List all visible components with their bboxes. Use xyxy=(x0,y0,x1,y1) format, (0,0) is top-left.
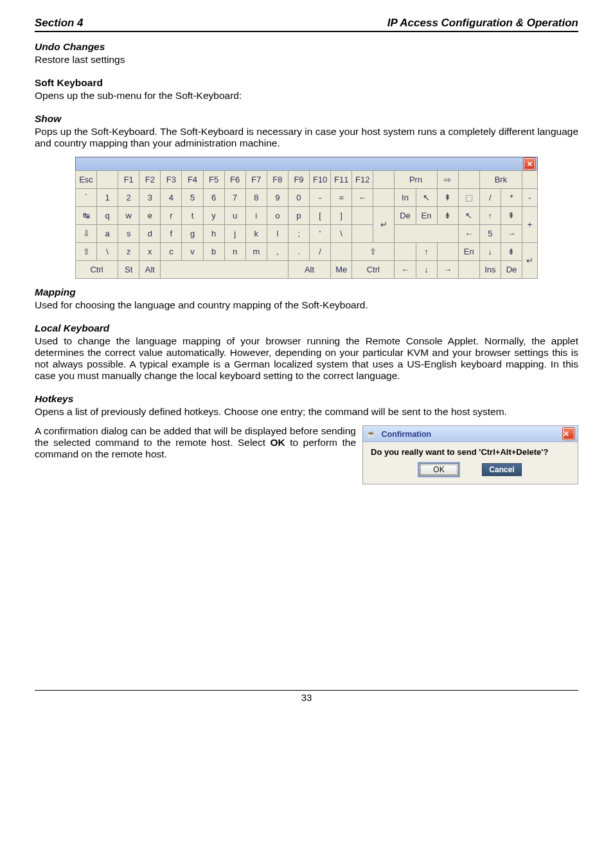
key[interactable]: [ xyxy=(310,207,331,225)
key[interactable]: - xyxy=(310,189,331,207)
key[interactable]: ← xyxy=(395,261,416,279)
key[interactable]: Me xyxy=(331,261,352,279)
key[interactable]: ⇟ xyxy=(501,243,522,261)
key[interactable]: ↖ xyxy=(458,207,479,225)
key[interactable]: ⇧ xyxy=(352,243,395,261)
key[interactable]: ↓ xyxy=(479,243,501,261)
key[interactable]: F10 xyxy=(310,171,331,189)
key[interactable]: ; xyxy=(288,225,309,243)
key[interactable]: En xyxy=(458,243,479,261)
key[interactable]: f xyxy=(161,225,182,243)
key[interactable]: = xyxy=(331,189,352,207)
key[interactable]: 5 xyxy=(479,225,501,243)
key[interactable]: ↹ xyxy=(76,207,97,225)
key-plus[interactable]: + xyxy=(522,207,538,243)
key[interactable]: , xyxy=(267,243,288,261)
key[interactable]: ← xyxy=(352,189,373,207)
key[interactable] xyxy=(458,171,479,189)
key[interactable]: F11 xyxy=(331,171,352,189)
close-icon[interactable]: × xyxy=(524,158,535,170)
key[interactable]: St xyxy=(118,261,139,279)
key[interactable]: → xyxy=(437,261,458,279)
key[interactable]: Prn xyxy=(395,171,437,189)
key[interactable]: ⇨ xyxy=(437,171,458,189)
key[interactable]: q xyxy=(97,207,118,225)
key[interactable]: F7 xyxy=(245,171,267,189)
key[interactable]: \ xyxy=(331,225,352,243)
key[interactable] xyxy=(458,261,479,279)
key[interactable]: F4 xyxy=(182,171,203,189)
key[interactable]: ] xyxy=(331,207,352,225)
key[interactable]: F2 xyxy=(139,171,161,189)
key[interactable]: De xyxy=(501,261,522,279)
key[interactable]: Alt xyxy=(139,261,161,279)
key[interactable]: a xyxy=(97,225,118,243)
key[interactable]: i xyxy=(245,207,267,225)
key[interactable]: ↑ xyxy=(479,207,501,225)
key[interactable]: p xyxy=(288,207,309,225)
key[interactable]: ⇩ xyxy=(76,225,97,243)
key[interactable]: ` xyxy=(76,189,97,207)
key[interactable]: x xyxy=(139,243,161,261)
key[interactable]: Esc xyxy=(76,171,97,189)
key[interactable]: F8 xyxy=(267,171,288,189)
key[interactable] xyxy=(373,171,395,189)
key-space[interactable] xyxy=(161,261,289,279)
key[interactable]: / xyxy=(310,243,331,261)
key[interactable]: ← xyxy=(458,225,479,243)
key[interactable]: ↖ xyxy=(416,189,437,207)
key[interactable]: 6 xyxy=(203,189,224,207)
key[interactable]: b xyxy=(203,243,224,261)
key[interactable]: ⇞ xyxy=(437,189,458,207)
key[interactable]: ⇞ xyxy=(501,207,522,225)
key[interactable]: / xyxy=(479,189,501,207)
key[interactable]: 8 xyxy=(245,189,267,207)
key[interactable]: F1 xyxy=(118,171,139,189)
key[interactable] xyxy=(395,243,416,261)
key-numenter[interactable]: ↵ xyxy=(522,243,538,279)
key[interactable]: Ctrl xyxy=(352,261,395,279)
key[interactable]: Alt xyxy=(288,261,330,279)
key[interactable]: → xyxy=(501,225,522,243)
key[interactable]: m xyxy=(245,243,267,261)
key[interactable]: * xyxy=(501,189,522,207)
key[interactable]: 4 xyxy=(161,189,182,207)
key[interactable]: g xyxy=(182,225,203,243)
key[interactable]: Ins xyxy=(479,261,501,279)
key[interactable]: ↑ xyxy=(416,243,437,261)
key[interactable]: h xyxy=(203,225,224,243)
key[interactable]: e xyxy=(139,207,161,225)
key[interactable]: In xyxy=(395,189,416,207)
key[interactable]: F12 xyxy=(352,171,373,189)
key[interactable] xyxy=(437,243,458,261)
key[interactable]: l xyxy=(267,225,288,243)
key[interactable]: Ctrl xyxy=(76,261,118,279)
key[interactable]: v xyxy=(182,243,203,261)
key[interactable]: 9 xyxy=(267,189,288,207)
key[interactable]: c xyxy=(161,243,182,261)
key[interactable] xyxy=(395,225,458,243)
key[interactable]: ⬚ xyxy=(458,189,479,207)
key[interactable]: 5 xyxy=(182,189,203,207)
key[interactable] xyxy=(352,207,373,225)
key[interactable]: r xyxy=(161,207,182,225)
key[interactable]: . xyxy=(288,243,309,261)
key[interactable]: 0 xyxy=(288,189,309,207)
key[interactable]: De xyxy=(395,207,416,225)
key[interactable]: 3 xyxy=(139,189,161,207)
key[interactable] xyxy=(352,225,373,243)
close-icon[interactable]: × xyxy=(563,428,574,439)
key[interactable]: ⇟ xyxy=(437,207,458,225)
key[interactable]: Brk xyxy=(479,171,522,189)
key[interactable]: n xyxy=(224,243,245,261)
key[interactable]: F9 xyxy=(288,171,309,189)
key-enter[interactable]: ↵ xyxy=(373,207,395,243)
key[interactable]: y xyxy=(203,207,224,225)
key[interactable]: 7 xyxy=(224,189,245,207)
cancel-button[interactable]: Cancel xyxy=(482,463,522,476)
ok-button[interactable]: OK xyxy=(419,463,459,476)
key[interactable]: 1 xyxy=(97,189,118,207)
key[interactable]: k xyxy=(245,225,267,243)
key[interactable]: F6 xyxy=(224,171,245,189)
key[interactable]: 2 xyxy=(118,189,139,207)
